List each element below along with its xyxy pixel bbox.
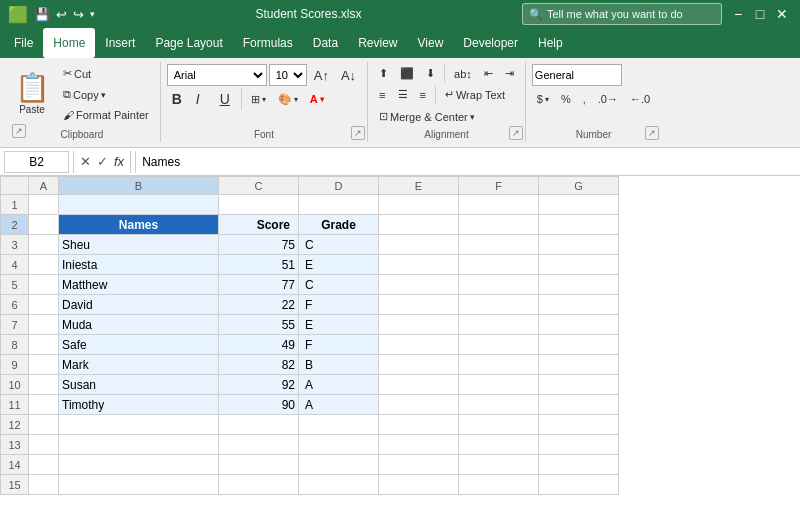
cell-c5[interactable]: 77	[219, 275, 299, 295]
cell-e13[interactable]	[379, 435, 459, 455]
cell-e9[interactable]	[379, 355, 459, 375]
col-header-c[interactable]: C	[219, 177, 299, 195]
wrap-text-button[interactable]: ↵ Wrap Text	[440, 85, 510, 104]
cell-f13[interactable]	[459, 435, 539, 455]
decimal-increase-button[interactable]: .0→	[593, 90, 623, 108]
col-header-a[interactable]: A	[29, 177, 59, 195]
cell-b10[interactable]: Susan	[59, 375, 219, 395]
cell-f1[interactable]	[459, 195, 539, 215]
cell-g8[interactable]	[539, 335, 619, 355]
cell-d2[interactable]: Grade	[299, 215, 379, 235]
cell-f3[interactable]	[459, 235, 539, 255]
cell-c14[interactable]	[219, 455, 299, 475]
cell-d14[interactable]	[299, 455, 379, 475]
cell-c6[interactable]: 22	[219, 295, 299, 315]
cell-d4[interactable]: E	[299, 255, 379, 275]
fill-color-button[interactable]: 🎨▾	[273, 88, 303, 110]
cell-g15[interactable]	[539, 475, 619, 495]
align-right-button[interactable]: ≡	[415, 86, 431, 104]
cell-e1[interactable]	[379, 195, 459, 215]
menu-file[interactable]: File	[4, 28, 43, 58]
indent-increase-button[interactable]: ⇥	[500, 64, 519, 83]
cell-g3[interactable]	[539, 235, 619, 255]
menu-page-layout[interactable]: Page Layout	[145, 28, 232, 58]
cell-b14[interactable]	[59, 455, 219, 475]
italic-button[interactable]: I	[191, 88, 213, 110]
cell-b8[interactable]: Safe	[59, 335, 219, 355]
cell-b4[interactable]: Iniesta	[59, 255, 219, 275]
menu-view[interactable]: View	[408, 28, 454, 58]
formula-input[interactable]	[135, 151, 796, 173]
cell-d5[interactable]: C	[299, 275, 379, 295]
cell-g9[interactable]	[539, 355, 619, 375]
cell-e15[interactable]	[379, 475, 459, 495]
col-header-g[interactable]: G	[539, 177, 619, 195]
cell-a4[interactable]	[29, 255, 59, 275]
col-header-f[interactable]: F	[459, 177, 539, 195]
cell-e11[interactable]	[379, 395, 459, 415]
cell-c4[interactable]: 51	[219, 255, 299, 275]
cell-a10[interactable]	[29, 375, 59, 395]
cell-d8[interactable]: F	[299, 335, 379, 355]
cell-c10[interactable]: 92	[219, 375, 299, 395]
cell-g13[interactable]	[539, 435, 619, 455]
font-grow-button[interactable]: A↑	[309, 64, 334, 86]
font-color-button[interactable]: A▾	[305, 88, 329, 110]
paste-button[interactable]: 📋 Paste	[10, 64, 54, 122]
menu-home[interactable]: Home	[43, 28, 95, 58]
align-bottom-button[interactable]: ⬇	[421, 64, 440, 83]
col-header-b[interactable]: B	[59, 177, 219, 195]
menu-help[interactable]: Help	[528, 28, 573, 58]
cell-b15[interactable]	[59, 475, 219, 495]
alignment-dialog-launcher[interactable]: ↗	[509, 126, 523, 140]
cell-e3[interactable]	[379, 235, 459, 255]
cut-button[interactable]: ✂ ✂ Cut Cut	[58, 64, 154, 83]
quick-access-dropdown-icon[interactable]: ▾	[90, 9, 95, 19]
cell-reference-input[interactable]	[4, 151, 69, 173]
cell-b11[interactable]: Timothy	[59, 395, 219, 415]
font-dialog-launcher[interactable]: ↗	[351, 126, 365, 140]
redo-icon[interactable]: ↪	[73, 7, 84, 22]
cell-g12[interactable]	[539, 415, 619, 435]
formula-confirm-button[interactable]: ✓	[95, 154, 110, 169]
number-dialog-launcher[interactable]: ↗	[645, 126, 659, 140]
row-header-2[interactable]: 2	[1, 215, 29, 235]
currency-button[interactable]: $▾	[532, 90, 554, 108]
cell-c8[interactable]: 49	[219, 335, 299, 355]
copy-button[interactable]: ⧉ Copy ▾	[58, 85, 154, 104]
cell-g6[interactable]	[539, 295, 619, 315]
cell-f7[interactable]	[459, 315, 539, 335]
row-header-1[interactable]: 1	[1, 195, 29, 215]
cell-e14[interactable]	[379, 455, 459, 475]
cell-f14[interactable]	[459, 455, 539, 475]
cell-d6[interactable]: F	[299, 295, 379, 315]
cell-d1[interactable]	[299, 195, 379, 215]
align-center-button[interactable]: ☰	[393, 85, 413, 104]
menu-insert[interactable]: Insert	[95, 28, 145, 58]
cell-g4[interactable]	[539, 255, 619, 275]
align-top-button[interactable]: ⬆	[374, 64, 393, 83]
cell-e10[interactable]	[379, 375, 459, 395]
row-header-7[interactable]: 7	[1, 315, 29, 335]
cell-d9[interactable]: B	[299, 355, 379, 375]
cell-f8[interactable]	[459, 335, 539, 355]
cell-b13[interactable]	[59, 435, 219, 455]
cell-e4[interactable]	[379, 255, 459, 275]
cell-d7[interactable]: E	[299, 315, 379, 335]
cell-a13[interactable]	[29, 435, 59, 455]
cell-e5[interactable]	[379, 275, 459, 295]
cell-a6[interactable]	[29, 295, 59, 315]
cell-e6[interactable]	[379, 295, 459, 315]
cell-a9[interactable]	[29, 355, 59, 375]
cell-d15[interactable]	[299, 475, 379, 495]
cell-d11[interactable]: A	[299, 395, 379, 415]
cell-a3[interactable]	[29, 235, 59, 255]
cell-b3[interactable]: Sheu	[59, 235, 219, 255]
fx-button[interactable]: fx	[112, 154, 126, 169]
cell-g7[interactable]	[539, 315, 619, 335]
row-header-3[interactable]: 3	[1, 235, 29, 255]
row-header-4[interactable]: 4	[1, 255, 29, 275]
cell-f4[interactable]	[459, 255, 539, 275]
cell-a14[interactable]	[29, 455, 59, 475]
percent-button[interactable]: %	[556, 90, 576, 108]
